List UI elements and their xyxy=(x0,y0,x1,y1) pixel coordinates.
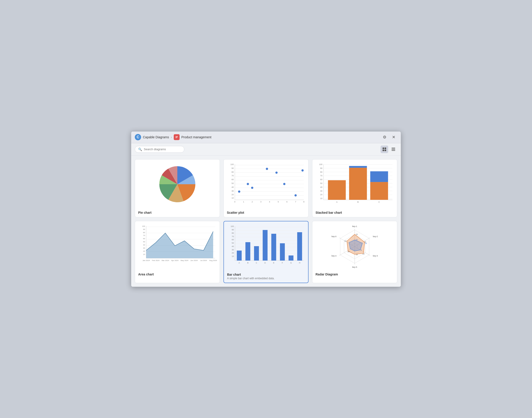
svg-rect-133 xyxy=(271,233,276,260)
stacked-bar-chart-label: Stacked bar chart xyxy=(312,209,397,217)
svg-rect-125 xyxy=(237,250,242,260)
bar-chart-label: Bar chart A simple bar chart with embedd… xyxy=(224,271,308,283)
svg-text:G: G xyxy=(290,261,292,264)
content-area: Pie chart 100 90 80 70 60 xyxy=(131,156,401,287)
svg-rect-139 xyxy=(297,232,302,261)
svg-text:A: A xyxy=(239,261,240,264)
svg-text:C: C xyxy=(378,201,380,203)
svg-point-47 xyxy=(295,194,297,196)
svg-text:6: 6 xyxy=(286,201,287,203)
app-logo: C xyxy=(135,134,141,140)
svg-text:30: 30 xyxy=(356,239,358,241)
svg-text:100: 100 xyxy=(142,225,145,227)
svg-text:80: 80 xyxy=(143,231,145,233)
svg-text:8: 8 xyxy=(361,249,362,251)
svg-rect-3 xyxy=(176,138,177,138)
svg-text:May 2024: May 2024 xyxy=(180,259,188,261)
search-icon: 🔍 xyxy=(138,148,142,151)
svg-text:22: 22 xyxy=(356,233,358,235)
svg-text:B: B xyxy=(357,201,359,203)
app-name: Capable Diagrams xyxy=(143,135,169,139)
svg-text:80: 80 xyxy=(232,171,234,173)
stacked-bar-chart-card[interactable]: 100908070605040302010ABC Stacked bar cha… xyxy=(312,159,397,217)
svg-rect-1 xyxy=(176,136,178,137)
pie-chart-preview xyxy=(135,160,220,209)
svg-text:15: 15 xyxy=(356,253,358,255)
svg-text:key-3: key-3 xyxy=(373,255,378,257)
svg-text:5: 5 xyxy=(278,201,279,203)
svg-text:8: 8 xyxy=(303,201,304,203)
svg-text:D: D xyxy=(265,261,266,264)
diagram-grid: Pie chart 100 90 80 70 60 xyxy=(135,159,397,283)
svg-text:10: 10 xyxy=(232,197,234,199)
svg-text:Jul 2024: Jul 2024 xyxy=(200,259,207,261)
svg-text:40: 40 xyxy=(232,186,234,188)
svg-text:100: 100 xyxy=(231,225,234,227)
search-box[interactable]: 🔍 xyxy=(135,146,184,153)
svg-text:Apr 2024: Apr 2024 xyxy=(171,259,179,261)
svg-text:0: 0 xyxy=(234,201,235,203)
svg-text:key-0: key-0 xyxy=(332,235,336,238)
area-chart-card[interactable]: 100 90 80 70 60 50 40 30 20 10 xyxy=(135,221,220,283)
radar-diagram-label: Radar Diagram xyxy=(312,271,397,279)
svg-text:80: 80 xyxy=(232,232,234,234)
radar-diagram-preview: key-1 key-2 key-3 key-5 key-4 key-0 22 1… xyxy=(312,221,397,271)
svg-text:A: A xyxy=(336,201,338,203)
svg-point-42 xyxy=(247,183,249,185)
svg-text:C: C xyxy=(256,261,257,264)
svg-text:30: 30 xyxy=(143,247,145,249)
svg-text:30: 30 xyxy=(320,190,322,192)
svg-rect-2 xyxy=(176,137,178,137)
svg-point-46 xyxy=(283,183,285,185)
svg-text:90: 90 xyxy=(232,229,234,231)
scatter-plot-label: Scatter plot xyxy=(224,209,308,217)
svg-text:H: H xyxy=(299,261,300,264)
svg-point-44 xyxy=(266,168,268,170)
svg-text:50: 50 xyxy=(232,242,234,244)
svg-rect-127 xyxy=(245,242,250,261)
svg-text:key-2: key-2 xyxy=(373,235,378,238)
search-input[interactable] xyxy=(144,148,181,151)
svg-text:20: 20 xyxy=(232,252,234,254)
bar-chart-card[interactable]: 100 90 80 70 60 50 40 30 20 10 xyxy=(223,221,309,283)
scatter-plot-card[interactable]: 100 90 80 70 60 50 40 30 20 10 0 1 2 xyxy=(223,159,309,217)
pie-chart-card[interactable]: Pie chart xyxy=(135,159,220,217)
svg-text:40: 40 xyxy=(143,244,145,246)
svg-text:60: 60 xyxy=(232,239,234,241)
svg-text:Mar 2024: Mar 2024 xyxy=(162,259,169,261)
svg-text:30: 30 xyxy=(232,248,234,251)
svg-text:4: 4 xyxy=(269,201,270,203)
svg-rect-77 xyxy=(370,182,388,200)
svg-text:E: E xyxy=(273,261,274,264)
bar-chart-preview: 100 90 80 70 60 50 40 30 20 10 xyxy=(224,221,308,271)
svg-text:Aug 2024: Aug 2024 xyxy=(209,259,217,261)
radar-diagram-card[interactable]: key-1 key-2 key-3 key-5 key-4 key-0 22 1… xyxy=(312,221,397,283)
svg-point-43 xyxy=(251,186,253,189)
svg-text:20: 20 xyxy=(347,250,349,253)
svg-text:3: 3 xyxy=(260,201,262,203)
svg-text:20: 20 xyxy=(143,250,145,252)
svg-point-45 xyxy=(276,171,278,174)
svg-point-41 xyxy=(238,190,240,193)
svg-text:10: 10 xyxy=(320,197,322,199)
page-name: Product management xyxy=(181,135,211,139)
svg-text:60: 60 xyxy=(232,178,234,181)
breadcrumb-chevron: › xyxy=(171,135,172,139)
svg-text:10: 10 xyxy=(232,255,234,257)
svg-text:Jan 2024: Jan 2024 xyxy=(143,259,150,261)
svg-text:7: 7 xyxy=(295,201,296,203)
svg-rect-129 xyxy=(254,246,259,261)
svg-text:50: 50 xyxy=(143,241,145,243)
pie-chart-label: Pie chart xyxy=(135,209,220,217)
stacked-bar-chart-preview: 100908070605040302010ABC xyxy=(312,160,397,209)
svg-text:70: 70 xyxy=(232,235,234,237)
svg-rect-137 xyxy=(288,255,293,261)
svg-text:Jun 2024: Jun 2024 xyxy=(190,259,198,261)
svg-text:Feb 2024: Feb 2024 xyxy=(152,259,160,261)
svg-rect-135 xyxy=(280,243,285,261)
bar-chart-sublabel: A simple bar chart with embedded data. xyxy=(227,277,305,280)
svg-text:90: 90 xyxy=(143,228,145,230)
svg-text:16: 16 xyxy=(344,240,347,242)
svg-text:10: 10 xyxy=(143,253,145,255)
area-chart-preview: 100 90 80 70 60 50 40 30 20 10 xyxy=(135,221,220,271)
